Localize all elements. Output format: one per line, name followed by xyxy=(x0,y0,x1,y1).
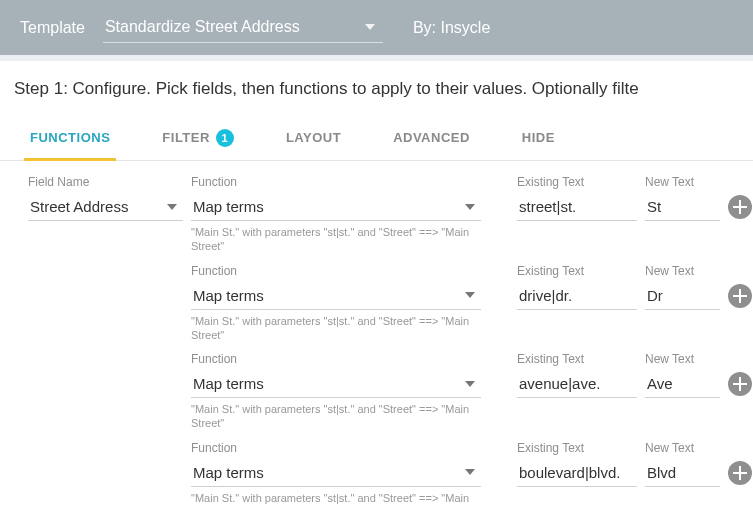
add-row-button[interactable] xyxy=(728,284,752,308)
plus-icon xyxy=(733,377,747,391)
template-label: Template xyxy=(20,19,85,37)
field-name-value: Street Address xyxy=(28,198,163,215)
new-text-label: New Text xyxy=(645,352,720,366)
cell-field: Field Name Street Address xyxy=(28,175,183,221)
step-description: Step 1: Configure. Pick fields, then fun… xyxy=(0,55,753,115)
chevron-down-icon xyxy=(465,469,475,475)
cell-function: Function Map terms "Main St." with param… xyxy=(191,175,481,254)
new-text-label: New Text xyxy=(645,441,720,455)
existing-text-input[interactable] xyxy=(517,193,637,221)
chevron-down-icon xyxy=(465,381,475,387)
function-label: Function xyxy=(191,441,481,455)
existing-text-input[interactable] xyxy=(517,459,637,487)
function-select[interactable]: Map terms xyxy=(191,193,481,221)
new-text-input[interactable] xyxy=(645,370,720,398)
add-row-button[interactable] xyxy=(728,372,752,396)
function-label: Function xyxy=(191,175,481,189)
field-name-select[interactable]: Street Address xyxy=(28,193,183,221)
function-hint: "Main St." with parameters "st|st." and … xyxy=(191,225,481,254)
add-row-button[interactable] xyxy=(728,461,752,485)
cell-existing: Existing Text xyxy=(517,441,637,487)
cell-function: Function Map terms "Main St." with param… xyxy=(191,441,481,507)
cell-new: New Text xyxy=(645,175,720,221)
cell-existing: Existing Text xyxy=(517,264,637,310)
cell-function: Function Map terms "Main St." with param… xyxy=(191,264,481,343)
tab-filter[interactable]: FILTER 1 xyxy=(160,115,236,160)
tab-functions-label: FUNCTIONS xyxy=(30,130,110,145)
new-text-input[interactable] xyxy=(645,459,720,487)
config-row: Function Map terms "Main St." with param… xyxy=(28,441,739,507)
new-text-label: New Text xyxy=(645,175,720,189)
tab-hide[interactable]: HIDE xyxy=(520,115,557,160)
existing-text-input[interactable] xyxy=(517,282,637,310)
plus-icon xyxy=(733,466,747,480)
tab-advanced-label: ADVANCED xyxy=(393,130,470,145)
function-value: Map terms xyxy=(191,464,461,481)
tab-layout-label: LAYOUT xyxy=(286,130,341,145)
existing-text-input[interactable] xyxy=(517,370,637,398)
cell-existing: Existing Text xyxy=(517,175,637,221)
new-text-input[interactable] xyxy=(645,282,720,310)
existing-text-label: Existing Text xyxy=(517,264,637,278)
cell-existing: Existing Text xyxy=(517,352,637,398)
chevron-down-icon xyxy=(465,204,475,210)
chevron-down-icon xyxy=(365,24,375,30)
tab-filter-count: 1 xyxy=(216,129,234,147)
new-text-input[interactable] xyxy=(645,193,720,221)
cell-add xyxy=(728,352,753,396)
template-select-value: Standardize Street Address xyxy=(105,18,361,36)
cell-new: New Text xyxy=(645,352,720,398)
cell-function: Function Map terms "Main St." with param… xyxy=(191,352,481,431)
app-header: Template Standardize Street Address By: … xyxy=(0,0,753,55)
function-hint: "Main St." with parameters "st|st." and … xyxy=(191,402,481,431)
chevron-down-icon xyxy=(465,292,475,298)
tabs-bar: FUNCTIONS FILTER 1 LAYOUT ADVANCED HIDE xyxy=(0,115,753,161)
function-hint: "Main St." with parameters "st|st." and … xyxy=(191,491,481,507)
existing-text-label: Existing Text xyxy=(517,441,637,455)
tab-functions[interactable]: FUNCTIONS xyxy=(28,115,112,160)
template-select[interactable]: Standardize Street Address xyxy=(103,12,383,43)
function-label: Function xyxy=(191,264,481,278)
function-hint: "Main St." with parameters "st|st." and … xyxy=(191,314,481,343)
function-value: Map terms xyxy=(191,375,461,392)
plus-icon xyxy=(733,200,747,214)
config-row: Function Map terms "Main St." with param… xyxy=(28,264,739,343)
function-label: Function xyxy=(191,352,481,366)
config-row: Field Name Street Address Function Map t… xyxy=(28,175,739,254)
field-name-label: Field Name xyxy=(28,175,183,189)
tab-advanced[interactable]: ADVANCED xyxy=(391,115,472,160)
function-select[interactable]: Map terms xyxy=(191,459,481,487)
config-row: Function Map terms "Main St." with param… xyxy=(28,352,739,431)
tab-hide-label: HIDE xyxy=(522,130,555,145)
cell-add xyxy=(728,175,753,219)
existing-text-label: Existing Text xyxy=(517,352,637,366)
function-value: Map terms xyxy=(191,287,461,304)
config-grid: Field Name Street Address Function Map t… xyxy=(0,161,753,507)
cell-add xyxy=(728,264,753,308)
existing-text-label: Existing Text xyxy=(517,175,637,189)
function-select[interactable]: Map terms xyxy=(191,282,481,310)
cell-new: New Text xyxy=(645,441,720,487)
chevron-down-icon xyxy=(167,204,177,210)
tab-filter-label: FILTER xyxy=(162,130,210,145)
template-author: By: Insycle xyxy=(413,19,490,37)
cell-add xyxy=(728,441,753,485)
new-text-label: New Text xyxy=(645,264,720,278)
plus-icon xyxy=(733,289,747,303)
function-select[interactable]: Map terms xyxy=(191,370,481,398)
function-value: Map terms xyxy=(191,198,461,215)
add-row-button[interactable] xyxy=(728,195,752,219)
tab-layout[interactable]: LAYOUT xyxy=(284,115,343,160)
cell-new: New Text xyxy=(645,264,720,310)
